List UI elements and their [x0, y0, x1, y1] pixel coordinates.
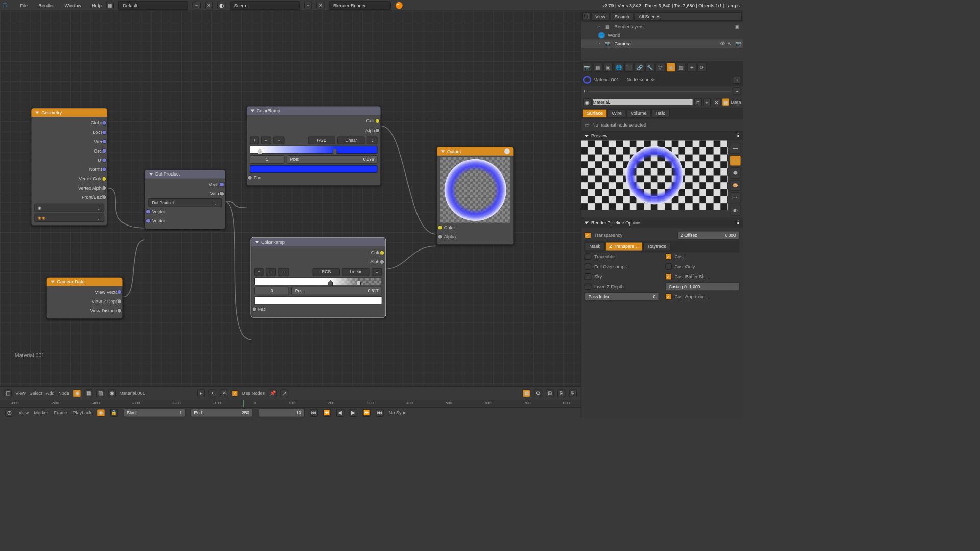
prop-layers-icon[interactable]: ▦: [593, 63, 602, 72]
color-ramp[interactable]: [254, 278, 382, 285]
tl-marker[interactable]: Marker: [34, 410, 48, 415]
backdrop-icon[interactable]: ▦: [523, 389, 530, 397]
transparency-checkbox[interactable]: [585, 232, 591, 238]
socket-out[interactable]: [102, 177, 106, 181]
pin-icon[interactable]: 📌: [269, 389, 277, 397]
shader-type-line-icon[interactable]: ▩: [96, 389, 104, 397]
unlink-material-button[interactable]: ✕: [220, 389, 228, 397]
preview-sky-icon[interactable]: ◐: [730, 205, 741, 215]
new-material-button[interactable]: +: [209, 389, 216, 397]
socket-out[interactable]: [102, 195, 106, 199]
shader-type-object-icon[interactable]: ◉: [73, 389, 81, 397]
socket-out[interactable]: [102, 121, 106, 126]
tab-wire[interactable]: Wire: [608, 109, 626, 118]
collapse-icon[interactable]: [35, 111, 39, 114]
node-dot-product[interactable]: Dot Product Vector Value Dot Product⋮ Ve…: [145, 169, 226, 229]
ramp-colormode[interactable]: RGB: [313, 268, 340, 276]
invertz-checkbox[interactable]: [585, 284, 591, 290]
collapse-icon[interactable]: [585, 221, 589, 224]
current-frame[interactable]: 10: [258, 408, 304, 417]
copy-nodes-icon[interactable]: ⎘: [557, 389, 565, 397]
prop-texture-icon[interactable]: ▩: [677, 63, 686, 72]
editor-type-icon[interactable]: ◫: [4, 389, 12, 397]
z-offset-field[interactable]: Z Offset:0.000: [677, 231, 739, 240]
color-ramp[interactable]: [250, 146, 377, 154]
menu-render[interactable]: Render: [38, 3, 54, 8]
socket-out[interactable]: [117, 299, 122, 304]
node-camera-header[interactable]: Camera Data: [47, 278, 123, 286]
prop-scene-icon[interactable]: ▣: [603, 63, 612, 72]
playhead[interactable]: [243, 400, 244, 407]
sync-mode[interactable]: No Sync: [389, 410, 406, 415]
socket-in[interactable]: [146, 209, 151, 214]
tl-range-icon[interactable]: ◉: [97, 409, 105, 416]
outliner[interactable]: ≣ View Search All Scenes ∘▦RenderLayers▣…: [581, 11, 743, 61]
node-output-header[interactable]: Output: [437, 147, 513, 156]
socket-in[interactable]: [248, 176, 252, 180]
jump-end-icon[interactable]: ⏭: [376, 409, 383, 416]
collapse-icon[interactable]: [255, 241, 259, 243]
ramp-index[interactable]: 0: [254, 287, 289, 295]
remove-scene-button[interactable]: ✕: [316, 2, 324, 9]
add-scene-button[interactable]: +: [304, 2, 312, 9]
node-geometry[interactable]: Geometry Global Local View Orco UV Norma…: [31, 108, 108, 226]
render-icon[interactable]: 📷: [735, 41, 741, 46]
node-output[interactable]: Output Color Alpha: [436, 146, 514, 245]
fake-user-f[interactable]: F: [694, 98, 701, 106]
socket-out[interactable]: [102, 148, 106, 153]
use-nodes-checkbox[interactable]: [232, 390, 238, 396]
ramp-add-stop[interactable]: +: [254, 268, 264, 276]
snap-type-icon[interactable]: ⊞: [546, 389, 553, 397]
preview-hair-icon[interactable]: 〰: [730, 192, 741, 203]
ramp-colormode[interactable]: RGB: [308, 137, 335, 144]
preview-sphere-icon[interactable]: ◯: [730, 155, 741, 166]
prop-render-icon[interactable]: 📷: [582, 63, 592, 72]
transp-mask[interactable]: Mask: [585, 242, 604, 251]
slot-remove-button[interactable]: −: [733, 87, 741, 95]
eye-icon[interactable]: 👁: [720, 41, 725, 46]
node-geometry-header[interactable]: Geometry: [31, 108, 107, 117]
play-icon[interactable]: ▶: [349, 409, 357, 416]
socket-out[interactable]: [102, 167, 106, 172]
menu-window[interactable]: Window: [64, 3, 81, 8]
socket-out[interactable]: [375, 128, 380, 133]
transp-ztransp[interactable]: Z Transpare...: [605, 242, 643, 251]
ramp-swatch[interactable]: [250, 165, 377, 173]
fake-user-button[interactable]: F: [197, 389, 205, 397]
collapse-icon[interactable]: [585, 135, 589, 137]
shader-type-world-icon[interactable]: ▦: [85, 389, 92, 397]
remove-layout-button[interactable]: ✕: [205, 2, 213, 9]
node-dot-header[interactable]: Dot Product: [145, 170, 225, 179]
vector-math-mode[interactable]: Dot Product⋮: [148, 198, 222, 207]
socket-out[interactable]: [380, 260, 384, 264]
prop-particle-icon[interactable]: ✦: [687, 63, 696, 72]
start-frame[interactable]: Start:1: [124, 408, 185, 417]
render-engine-selector[interactable]: Blender Render: [329, 1, 391, 10]
node-colorramp-2[interactable]: ColorRamp Color Alpha + − ↔ RGB Linear ⌄: [251, 238, 385, 317]
sky-checkbox[interactable]: [585, 273, 591, 280]
menu-help[interactable]: Help: [92, 3, 102, 8]
footer-node[interactable]: Node: [58, 391, 69, 396]
cast-checkbox[interactable]: [665, 254, 671, 260]
menu-file[interactable]: File: [20, 3, 28, 8]
pass-index-field[interactable]: Pass Index:0: [585, 292, 659, 301]
socket-out[interactable]: [102, 139, 106, 144]
tl-playback[interactable]: Playback: [72, 410, 91, 415]
vcol-layer-select[interactable]: ◉◉⋮: [34, 214, 104, 222]
tab-volume[interactable]: Volume: [627, 109, 651, 118]
castapprox-checkbox[interactable]: [665, 294, 671, 300]
scene-icon[interactable]: ◐: [217, 2, 225, 9]
preview-monkey-icon[interactable]: 🐵: [730, 180, 741, 191]
layout-grid-icon[interactable]: ▦: [106, 2, 114, 9]
collapse-icon[interactable]: [441, 150, 445, 153]
preview-flat-icon[interactable]: ▬: [730, 143, 741, 154]
ramp-menu[interactable]: ⌄: [367, 137, 377, 144]
outliner-item-renderlayers[interactable]: ∘▦RenderLayers▣: [581, 22, 743, 31]
image-icon[interactable]: ▣: [734, 23, 741, 31]
prop-object-icon[interactable]: ⬛: [624, 63, 633, 72]
ramp-pos[interactable]: Pos:0.617: [291, 287, 382, 295]
outliner-type-icon[interactable]: ≣: [582, 12, 590, 20]
info-icon[interactable]: ⓘ: [3, 2, 7, 9]
outliner-view[interactable]: View: [591, 12, 609, 21]
ramp-stop[interactable]: [333, 148, 337, 154]
